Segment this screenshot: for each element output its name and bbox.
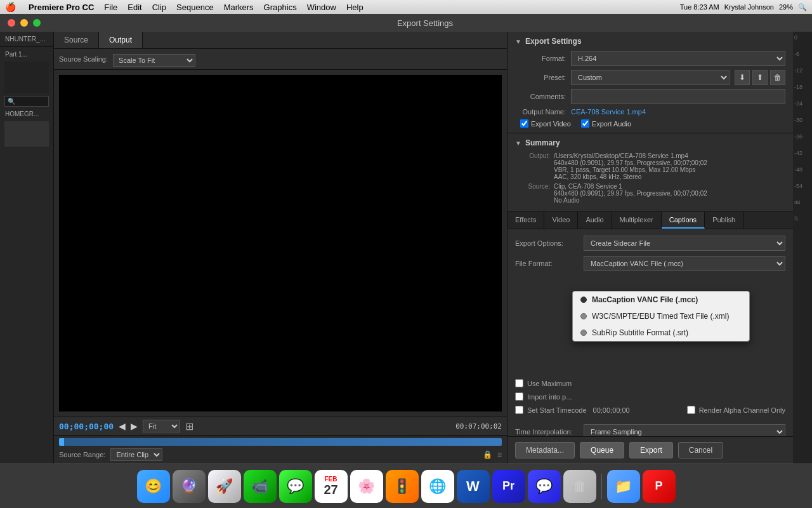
set-start-timecode-row: Set Start Timecode 00;00;00;00: [515, 406, 679, 414]
tab-captions[interactable]: Captions: [662, 212, 705, 229]
output-key: Output:: [515, 152, 550, 180]
source-scaling-bar: Source Scaling: Scale To Fit Stretch to …: [54, 49, 507, 70]
dropdown-item-srt[interactable]: SubRip Subtitle Format (.srt): [573, 324, 749, 341]
render-alpha-checkbox[interactable]: [687, 406, 695, 414]
dropdown-item-mcc[interactable]: MacCaption VANC File (.mcc): [573, 291, 749, 308]
export-settings-title: Export Settings: [525, 37, 582, 46]
menu-window[interactable]: Window: [307, 3, 336, 12]
metadata-button[interactable]: Metadata...: [515, 442, 575, 458]
preview-panel: Source Output Source Scaling: Scale To F…: [54, 32, 508, 464]
play-forward-button[interactable]: ▶: [131, 421, 138, 431]
time-interpolation-select[interactable]: Frame Sampling Frame Blending Optical Fl…: [584, 424, 785, 436]
dock-siri[interactable]: 🔮: [173, 470, 206, 503]
app-name: Premiere Pro CC: [29, 3, 94, 12]
dock-launchpad[interactable]: 🚀: [208, 470, 241, 503]
menu-markers[interactable]: Markers: [224, 3, 254, 12]
dock-messenger[interactable]: 💬: [528, 470, 561, 503]
dock-finder[interactable]: 😊: [137, 470, 170, 503]
timeline-handle[interactable]: [59, 438, 64, 446]
dock-photos[interactable]: 🌸: [350, 470, 383, 503]
tab-output[interactable]: Output: [99, 32, 143, 48]
preset-select[interactable]: Custom Match Source High Quality: [571, 70, 730, 85]
tab-source[interactable]: Source: [54, 32, 99, 48]
dock-premiere[interactable]: Pr: [492, 470, 525, 503]
output-name-label: Output Name:: [515, 108, 566, 116]
dock-vlc[interactable]: 🚦: [386, 470, 419, 503]
source-range-select[interactable]: Entire Clip Work Area Custom: [110, 448, 162, 461]
save-preset-button[interactable]: ⬇: [735, 70, 750, 85]
set-start-timecode-label: Set Start Timecode: [527, 406, 587, 414]
dock-trash[interactable]: 🗑: [563, 470, 596, 503]
file-format-select[interactable]: MacCaption VANC File (.mcc) W3C/SMPTE/EB…: [584, 256, 785, 271]
dock-word[interactable]: W: [457, 470, 490, 503]
dropdown-item-xml[interactable]: W3C/SMPTE/EBU Timed Text File (.xml): [573, 308, 749, 324]
render-alpha-label: Render Alpha Channel Only: [699, 406, 785, 414]
import-preset-button[interactable]: ⬆: [752, 70, 768, 85]
timeline-fill: [59, 438, 502, 446]
dock-folder[interactable]: 📁: [607, 470, 640, 503]
zoom-select[interactable]: Fit 25% 50% 100%: [143, 420, 180, 432]
calendar-month: FEB: [325, 476, 337, 483]
dock-powerpoint[interactable]: P: [643, 470, 676, 503]
dock-chrome[interactable]: 🌐: [421, 470, 454, 503]
menu-graphics[interactable]: Graphics: [264, 3, 297, 12]
lock-icon: 🔒: [483, 450, 492, 459]
tab-effects[interactable]: Effects: [508, 212, 544, 229]
media-item-3[interactable]: HOMEGR...: [3, 109, 51, 119]
menu-clip[interactable]: Clip: [152, 3, 166, 12]
menu-file[interactable]: File: [104, 3, 117, 12]
source-key: Source:: [515, 183, 550, 204]
apple-menu[interactable]: 🍎: [5, 2, 16, 12]
export-button[interactable]: Export: [629, 442, 673, 458]
maximize-button[interactable]: [33, 19, 41, 27]
search-input[interactable]: [4, 96, 49, 107]
delete-preset-button[interactable]: 🗑: [770, 70, 785, 85]
format-label: Format:: [515, 55, 566, 62]
import-into-checkbox[interactable]: [515, 392, 523, 401]
minimize-button[interactable]: [20, 19, 28, 27]
tab-audio[interactable]: Audio: [578, 212, 612, 229]
format-select[interactable]: H.264 H.265 MPEG2: [571, 51, 785, 66]
dock: 😊 🔮 🚀 📹 💬 FEB 27 🌸 🚦 🌐 W Pr 💬 🗑 📁 P: [0, 464, 812, 508]
source-val: Clip, CEA-708 Service 1 640x480 (0.9091)…: [554, 183, 785, 204]
preset-label: Preset:: [515, 74, 566, 81]
dock-calendar[interactable]: FEB 27: [315, 470, 348, 503]
set-start-timecode-checkbox[interactable]: [515, 406, 523, 414]
cancel-button[interactable]: Cancel: [678, 442, 723, 458]
play-back-button[interactable]: ◀: [119, 421, 126, 431]
export-video-check[interactable]: Export Video: [520, 119, 571, 128]
preview-video: [59, 75, 502, 411]
queue-button[interactable]: Queue: [580, 442, 624, 458]
tab-video[interactable]: Video: [544, 212, 578, 229]
timeline-bar[interactable]: [59, 438, 502, 446]
menu-sequence[interactable]: Sequence: [176, 3, 214, 12]
export-audio-check[interactable]: Export Audio: [581, 119, 631, 128]
summary-section: ▼ Summary Output: /Users/Krystal/Desktop…: [508, 133, 793, 212]
use-maximum-label: Use Maximum: [527, 380, 572, 387]
tab-publish[interactable]: Publish: [705, 212, 743, 229]
export-options-select[interactable]: Create Sidecar File Burn Captions Into V…: [584, 236, 785, 251]
dock-facetime[interactable]: 📹: [244, 470, 277, 503]
collapse-icon[interactable]: ▼: [515, 38, 521, 45]
file-format-row: File Format: MacCaption VANC File (.mcc)…: [515, 256, 785, 271]
media-thumbnail-2: [4, 121, 49, 147]
file-format-label: File Format:: [515, 260, 579, 267]
tab-multiplexer[interactable]: Multiplexer: [612, 212, 662, 229]
close-button[interactable]: [8, 19, 15, 27]
media-item-1[interactable]: NHUNTER_01...: [3, 34, 51, 44]
playback-controls: 00;00;00;00 ◀ ▶ Fit 25% 50% 100% ⊞ 00;07…: [54, 417, 507, 435]
media-item-2[interactable]: Part 1...: [3, 50, 51, 59]
output-name-link[interactable]: CEA-708 Service 1.mp4: [571, 108, 646, 116]
comments-input[interactable]: [571, 89, 785, 104]
action-buttons: Metadata... Queue Export Cancel: [508, 436, 793, 464]
use-maximum-checkbox[interactable]: [515, 379, 523, 387]
captions-content: Export Options: Create Sidecar File Burn…: [508, 229, 793, 436]
menu-edit[interactable]: Edit: [128, 3, 141, 12]
source-scaling-select[interactable]: Scale To Fit Stretch to Fill Scale to Fi…: [113, 54, 195, 67]
summary-collapse-icon[interactable]: ▼: [515, 140, 521, 147]
menu-help[interactable]: Help: [346, 3, 363, 12]
dock-messages[interactable]: 💬: [279, 470, 312, 503]
menubar-battery: 29%: [779, 3, 793, 11]
title-bar: Export Settings: [0, 14, 812, 32]
search-icon[interactable]: 🔍: [798, 3, 807, 11]
